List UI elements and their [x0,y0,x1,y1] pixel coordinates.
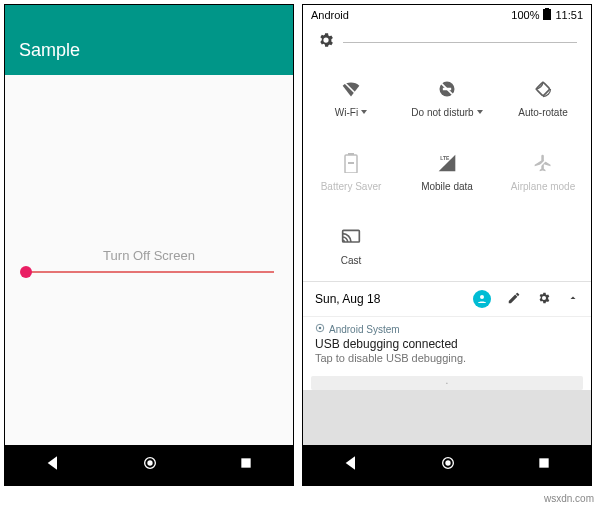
gear-icon[interactable] [317,31,335,53]
lte-icon: LTE [437,153,457,173]
svg-rect-3 [543,9,551,20]
notification-app-name: Android System [329,324,400,335]
clock: 11:51 [555,9,583,21]
status-bar [5,5,293,25]
battery-percent: 100% [511,9,539,21]
svg-point-1 [147,460,152,465]
tile-airplane[interactable]: Airplane mode [495,133,591,207]
battery-icon [543,8,551,22]
watermark: wsxdn.com [544,493,594,504]
chevron-down-icon [361,110,367,114]
tile-dnd[interactable]: Do not disturb [399,59,495,133]
tile-label: Mobile data [421,181,473,192]
brightness-slider[interactable] [343,42,577,43]
status-bar: Android 100% 11:51 [303,5,591,25]
app-bar: Sample [5,25,293,75]
turn-off-screen-label: Turn Off Screen [103,248,195,263]
tile-label: Cast [341,255,362,266]
svg-point-19 [445,460,450,465]
navigation-bar [5,445,293,485]
tile-wifi[interactable]: Wi-Fi [303,59,399,133]
brightness-row[interactable] [303,25,591,59]
tile-empty [399,207,495,281]
quick-settings-footer: Sun, Aug 18 [303,282,591,316]
svg-rect-20 [539,458,548,467]
slider-thumb[interactable] [20,266,32,278]
back-button[interactable] [343,455,359,475]
quick-settings-grid: Wi-Fi Do not disturb Auto-rotate Battery… [303,59,591,281]
svg-rect-2 [241,458,250,467]
phone-right: Android 100% 11:51 Wi-Fi Do not disturb [302,4,592,486]
footer-date: Sun, Aug 18 [315,292,380,306]
home-button[interactable] [440,455,456,475]
battery-icon [341,153,361,173]
wifi-off-icon [341,79,361,99]
notification-shelf[interactable]: . [311,376,583,390]
tile-rotate[interactable]: Auto-rotate [495,59,591,133]
scrim[interactable] [303,390,591,445]
tile-label: Airplane mode [511,181,575,192]
svg-point-15 [480,295,484,299]
tile-battery-saver[interactable]: Battery Saver [303,133,399,207]
tile-label: Battery Saver [321,181,382,192]
tile-label: Do not disturb [411,107,473,118]
recents-button[interactable] [239,456,253,474]
slider-track[interactable] [24,271,274,273]
settings-icon[interactable] [537,291,551,308]
tile-cast[interactable]: Cast [303,207,399,281]
cast-icon [341,227,361,247]
tile-label: Auto-rotate [518,107,567,118]
svg-text:LTE: LTE [440,154,450,160]
back-button[interactable] [45,455,61,475]
carrier-label: Android [311,9,349,21]
rotate-icon [533,79,553,99]
user-avatar[interactable] [473,290,491,308]
edit-icon[interactable] [507,291,521,308]
airplane-icon [533,153,553,173]
navigation-bar [303,445,591,485]
app-body: Turn Off Screen [5,75,293,445]
svg-point-17 [319,327,322,330]
tile-label: Wi-Fi [335,107,358,118]
chevron-down-icon [477,110,483,114]
notification-card[interactable]: Android System USB debugging connected T… [303,316,591,372]
notification-body: Tap to disable USB debugging. [315,352,579,364]
app-title: Sample [19,40,80,61]
collapse-icon[interactable] [567,292,579,307]
svg-rect-11 [348,153,354,155]
android-system-icon [315,323,325,335]
recents-button[interactable] [537,456,551,474]
dnd-icon [437,79,457,99]
home-button[interactable] [142,455,158,475]
phone-left: Sample Turn Off Screen [4,4,294,486]
notification-title: USB debugging connected [315,337,579,351]
svg-rect-4 [545,8,549,10]
tile-mobile-data[interactable]: LTE Mobile data [399,133,495,207]
tile-empty [495,207,591,281]
